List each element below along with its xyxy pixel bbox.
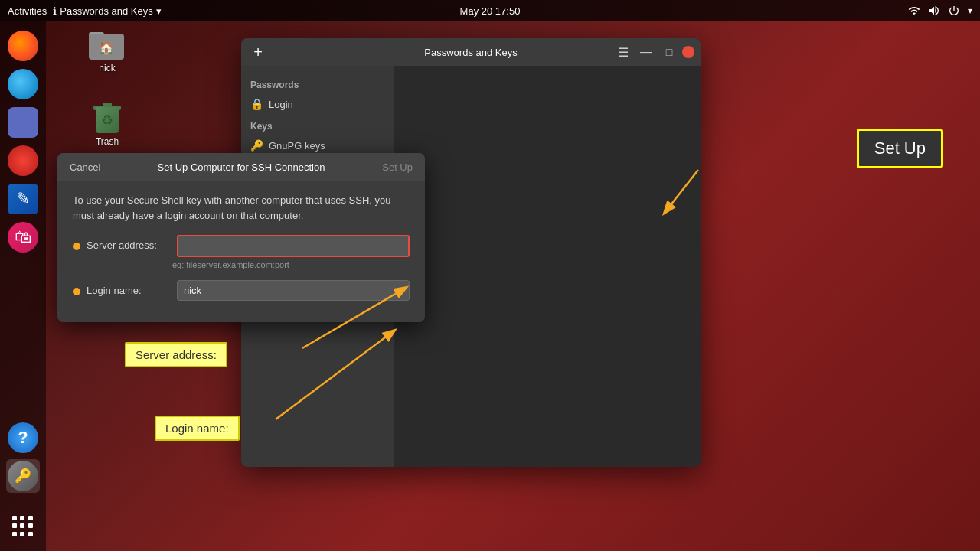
home-folder-icon: 🏠 [89,29,126,60]
topbar-app-name: Passwords and Keys [60,5,152,17]
dock: ✎ 🛍 ? 🔑 [0,21,46,551]
home-folder-label: nick [99,63,115,73]
main-pane [394,66,701,467]
login-field-dot [73,288,80,295]
passwords-section-label: Passwords [241,73,394,93]
desktop-icon-trash[interactable]: ♻ Trash [77,99,138,147]
files-icon [8,107,38,138]
login-name-annotation: Login name: [155,416,240,441]
login-icon: 🔒 [250,98,263,110]
activities-button[interactable]: Activities [8,5,47,17]
topbar: Activities ℹ Passwords and Keys ▾ May 20… [0,0,980,21]
add-button[interactable]: + [247,41,269,63]
setup-annotation-text: Set Up [874,139,926,158]
server-address-annotation-text: Server address: [136,348,217,361]
login-name-annotation-text: Login name: [165,422,229,435]
server-input-wrap [177,235,410,257]
window-controls: ☰ — □ [613,42,694,62]
dialog-body: To use your Secure Shell key with anothe… [57,181,425,322]
login-name-input[interactable] [177,280,410,301]
minimize-button[interactable]: — [636,42,656,62]
dock-item-rhythmbox[interactable] [6,144,40,178]
maximize-button[interactable]: □ [659,42,679,62]
server-address-hint: eg: fileserver.example.com:port [171,260,289,269]
login-name-field: Login name: [73,280,410,301]
login-input-wrap [177,280,410,301]
dock-item-appstore[interactable]: 🛍 [6,220,40,254]
login-name-label: Login name: [87,280,171,296]
rhythmbox-icon [8,145,38,176]
setup-annotation-box: Set Up [857,129,943,168]
power-icon[interactable] [948,5,960,17]
topbar-datetime: May 20 17:50 [460,5,521,17]
close-button[interactable] [682,46,694,58]
dock-item-seahorse[interactable]: 🔑 [6,459,40,493]
login-name-row: Login name: [73,280,410,301]
topbar-system-icons: ▾ [908,5,972,17]
sidebar-item-login-label: Login [269,99,293,110]
window-title: Passwords and Keys [424,47,517,58]
sidebar-item-login[interactable]: 🔒 Login [241,93,394,115]
server-address-label: Server address: [87,235,171,251]
dialog-description: To use your Secure Shell key with anothe… [73,193,410,223]
firefox-icon [8,31,38,61]
keys-section-label: Keys [241,115,394,135]
help-icon: ? [8,422,38,453]
window-titlebar: + Passwords and Keys ☰ — □ [241,38,701,66]
server-field-dot [73,243,80,250]
server-address-input[interactable] [177,235,410,257]
topbar-app-menu[interactable]: ℹ Passwords and Keys ▾ [53,5,161,17]
libreoffice-icon: ✎ [8,184,38,214]
dialog-title: Set Up Computer for SSH Connection [158,161,325,173]
trash-label: Trash [96,136,119,147]
show-applications-button[interactable] [6,510,40,543]
topbar-left: Activities ℹ Passwords and Keys ▾ [8,5,162,17]
topbar-app-arrow: ▾ [156,5,162,17]
titlebar-left-controls: + [247,41,269,63]
dialog-setup-button[interactable]: Set Up [376,158,419,176]
apps-grid-icon [9,513,37,540]
dock-item-files[interactable] [6,106,40,139]
desktop-icon-home[interactable]: 🏠 nick [77,29,138,73]
network-icon[interactable] [908,5,920,17]
volume-icon[interactable] [928,5,940,17]
server-address-annotation: Server address: [125,342,227,367]
menu-button[interactable]: ☰ [613,42,633,62]
ssh-setup-dialog: Cancel Set Up Computer for SSH Connectio… [57,153,425,322]
gnupg-icon: 🔑 [250,139,263,152]
system-menu-arrow[interactable]: ▾ [968,5,972,16]
sidebar-item-gnupg-label: GnuPG keys [269,140,325,152]
seahorse-icon: 🔑 [8,461,38,491]
topbar-info-icon: ℹ [53,5,57,17]
thunderbird-icon [8,69,38,99]
server-address-row: Server address: [73,235,410,257]
dialog-titlebar: Cancel Set Up Computer for SSH Connectio… [57,153,425,181]
dock-item-libreoffice[interactable]: ✎ [6,182,40,216]
server-address-field: Server address: eg: fileserver.example.c… [73,235,410,271]
trash-icon: ♻ [92,99,122,133]
dock-item-firefox[interactable] [6,29,40,63]
dialog-cancel-button[interactable]: Cancel [64,158,106,176]
dock-item-help[interactable]: ? [6,421,40,455]
appstore-icon: 🛍 [8,222,38,253]
dock-item-thunderbird[interactable] [6,67,40,101]
